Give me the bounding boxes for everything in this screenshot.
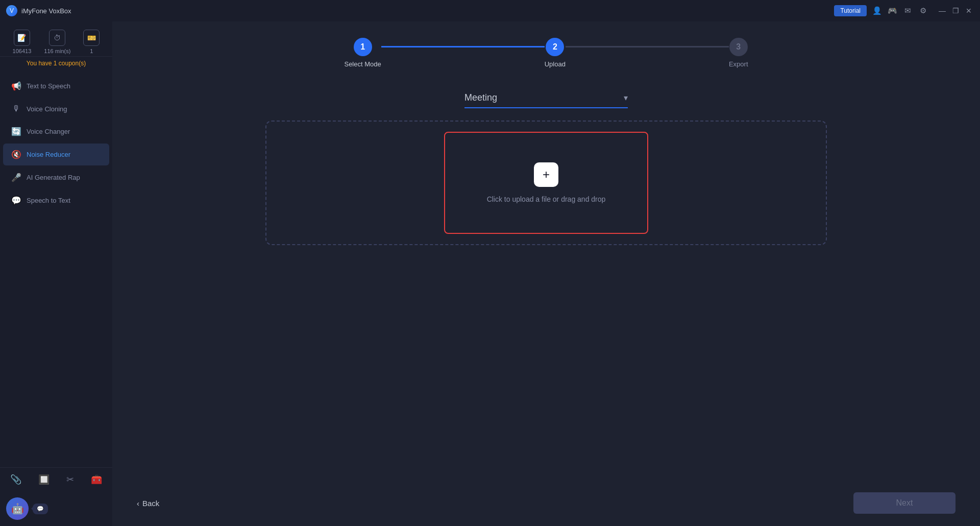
- step-circle-1: 1: [354, 38, 372, 56]
- sidebar-item-voice-cloning[interactable]: 🎙 Voice Cloning: [3, 98, 109, 119]
- app-title: iMyFone VoxBox: [21, 7, 71, 15]
- main-content: Meeting ▾ + Click to upload a file or dr…: [137, 88, 955, 484]
- speech-to-text-label: Speech to Text: [27, 197, 70, 204]
- upload-outer-area: + Click to upload a file or drag and dro…: [265, 121, 827, 245]
- step-line-1-2: [381, 46, 545, 47]
- characters-icon: 📝: [14, 30, 30, 46]
- sidebar-item-noise-reducer[interactable]: 🔇 Noise Reducer: [3, 144, 109, 165]
- next-button[interactable]: Next: [853, 492, 955, 514]
- voice-changer-icon: 🔄: [11, 127, 21, 136]
- attachment-icon[interactable]: 📎: [10, 474, 21, 485]
- content-area: 1 Select Mode 2 Upload 3 Export: [112, 21, 980, 526]
- speech-to-text-icon: 💬: [11, 196, 21, 205]
- bottom-bar: ‹ Back Next: [137, 484, 955, 514]
- screen-icon[interactable]: 🔲: [38, 474, 50, 485]
- sidebar-bot: 🤖 💬: [0, 491, 112, 526]
- sidebar-nav: 📢 Text to Speech 🎙 Voice Cloning 🔄 Voice…: [0, 70, 112, 467]
- characters-value: 106413: [13, 48, 32, 54]
- mode-dropdown[interactable]: Meeting ▾: [464, 88, 628, 108]
- step-select-mode: 1 Select Mode: [344, 38, 381, 68]
- upload-drop-zone[interactable]: + Click to upload a file or drag and dro…: [444, 132, 648, 234]
- title-bar: V iMyFone VoxBox Tutorial 👤 🎮 ✉ ⚙ — ❐ ✕: [0, 0, 980, 21]
- sidebar-item-voice-changer[interactable]: 🔄 Voice Changer: [3, 121, 109, 142]
- coupon-banner: You have 1 coupon(s): [0, 57, 112, 70]
- discord-icon[interactable]: 🎮: [887, 6, 897, 16]
- settings-icon[interactable]: ⚙: [918, 6, 928, 16]
- text-to-speech-icon: 📢: [11, 81, 21, 91]
- sidebar-bottom: 📎 🔲 ✂ 🧰: [0, 467, 112, 491]
- dropdown-wrapper: Meeting ▾: [464, 88, 628, 108]
- step-line-2-3: [566, 46, 729, 47]
- text-to-speech-label: Text to Speech: [27, 82, 70, 90]
- app-icon: V: [6, 5, 17, 16]
- step-circle-3: 3: [729, 38, 748, 56]
- sidebar-stats: 📝 106413 ⏱ 116 min(s) 🎫 1: [0, 26, 112, 57]
- step-export: 3 Export: [729, 38, 748, 68]
- voice-cloning-icon: 🎙: [11, 104, 21, 113]
- bot-bubble-text: 💬: [37, 506, 44, 512]
- step-label-select-mode: Select Mode: [344, 60, 381, 68]
- upload-plus-button[interactable]: +: [534, 162, 558, 187]
- sidebar: 📝 106413 ⏱ 116 min(s) 🎫 1 You have 1 cou…: [0, 21, 112, 526]
- step-label-export: Export: [729, 60, 748, 68]
- mail-icon[interactable]: ✉: [902, 6, 913, 16]
- step-upload: 2 Upload: [545, 38, 566, 68]
- chevron-down-icon: ▾: [624, 93, 628, 103]
- tutorial-button[interactable]: Tutorial: [834, 5, 867, 16]
- back-button[interactable]: ‹ Back: [137, 499, 159, 508]
- sidebar-item-speech-to-text[interactable]: 💬 Speech to Text: [3, 189, 109, 211]
- dropdown-value: Meeting: [464, 92, 497, 103]
- minutes-icon: ⏱: [49, 30, 65, 46]
- stat-minutes: ⏱ 116 min(s): [44, 30, 70, 54]
- stepper: 1 Select Mode 2 Upload 3 Export: [137, 38, 955, 68]
- voice-cloning-label: Voice Cloning: [27, 105, 67, 113]
- main-layout: 📝 106413 ⏱ 116 min(s) 🎫 1 You have 1 cou…: [0, 21, 980, 526]
- toolbox-icon[interactable]: 🧰: [91, 474, 102, 485]
- step-circle-2: 2: [546, 38, 564, 56]
- sidebar-item-text-to-speech[interactable]: 📢 Text to Speech: [3, 75, 109, 97]
- back-label: Back: [142, 499, 159, 508]
- upload-description: Click to upload a file or drag and drop: [487, 195, 606, 203]
- noise-reducer-icon: 🔇: [11, 150, 21, 159]
- scissors-icon[interactable]: ✂: [66, 474, 74, 485]
- close-button[interactable]: ✕: [964, 6, 974, 16]
- noise-reducer-label: Noise Reducer: [27, 151, 70, 158]
- minutes-value: 116 min(s): [44, 48, 70, 54]
- coupon-count: 1: [90, 48, 93, 54]
- stat-coupon: 🎫 1: [83, 30, 100, 54]
- bot-speech-bubble: 💬: [33, 504, 48, 514]
- stat-characters: 📝 106413: [13, 30, 32, 54]
- title-bar-left: V iMyFone VoxBox: [6, 5, 71, 16]
- sidebar-item-ai-generated-rap[interactable]: 🎤 AI Generated Rap: [3, 166, 109, 188]
- ai-rap-label: AI Generated Rap: [27, 174, 80, 181]
- step-label-upload: Upload: [545, 60, 566, 68]
- voice-changer-label: Voice Changer: [27, 128, 70, 135]
- user-icon[interactable]: 👤: [872, 6, 882, 16]
- back-arrow-icon: ‹: [137, 499, 139, 508]
- coupon-icon: 🎫: [83, 30, 100, 46]
- maximize-button[interactable]: ❐: [950, 6, 961, 16]
- window-controls: — ❐ ✕: [937, 6, 974, 16]
- minimize-button[interactable]: —: [937, 6, 947, 16]
- bot-avatar: 🤖: [6, 497, 29, 520]
- ai-rap-icon: 🎤: [11, 173, 21, 182]
- title-bar-right: Tutorial 👤 🎮 ✉ ⚙ — ❐ ✕: [834, 5, 974, 16]
